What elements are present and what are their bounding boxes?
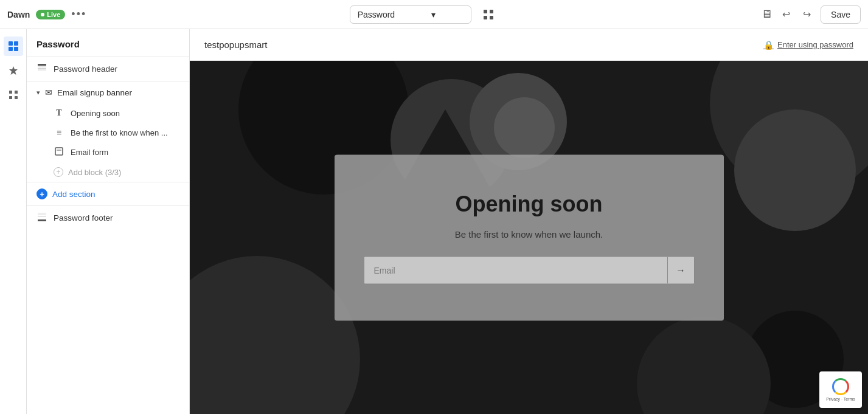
mail-icon: ✉ xyxy=(45,88,52,97)
panel-section-email-signup[interactable]: ▾ ✉ Email signup banner xyxy=(27,81,189,103)
lines-icon: ≡ xyxy=(54,128,64,137)
sub-item-label: Opening soon xyxy=(71,109,120,118)
text-icon: T xyxy=(54,108,64,118)
svg-rect-20 xyxy=(38,219,46,221)
svg-rect-4 xyxy=(9,41,13,46)
add-block-plus-icon: + xyxy=(54,167,63,177)
sidebar-item-blocks[interactable] xyxy=(4,85,23,105)
email-form: → xyxy=(364,256,695,284)
svg-rect-1 xyxy=(490,10,493,13)
svg-rect-9 xyxy=(15,91,18,94)
more-options-button[interactable]: ••• xyxy=(71,8,86,21)
add-block-label: Add block (3/3) xyxy=(68,168,121,177)
sub-item-label: Email form xyxy=(71,148,108,157)
pw-card: Opening soon Be the first to know when w… xyxy=(335,154,724,320)
store-name: testpopupsmart xyxy=(204,40,267,50)
svg-rect-15 xyxy=(38,70,46,71)
live-dot xyxy=(41,13,44,16)
topbar-left: Dawn Live ••• xyxy=(7,8,86,21)
svg-rect-13 xyxy=(38,67,46,67)
undo-button[interactable]: ↩ xyxy=(777,5,795,24)
svg-rect-12 xyxy=(38,64,46,66)
card-title: Opening soon xyxy=(364,191,695,216)
section-label: Email signup banner xyxy=(57,88,132,97)
dropdown-label: Password xyxy=(358,10,395,19)
grid-icon xyxy=(482,9,495,21)
undo-redo-group: ↩ ↪ xyxy=(777,5,816,24)
topbar-center: Password ▾ xyxy=(94,5,754,24)
svg-rect-17 xyxy=(38,213,46,213)
arrow-icon: → xyxy=(676,264,686,275)
topbar: Dawn Live ••• Password ▾ 🖥 ↩ ↪ Save xyxy=(0,0,868,29)
panel: Password Password header ▾ ✉ Email signu… xyxy=(27,29,190,414)
panel-title: Password xyxy=(27,29,189,57)
monitor-icon[interactable]: 🖥 xyxy=(761,8,772,21)
panel-item-password-header[interactable]: Password header xyxy=(27,57,189,81)
add-section-label: Add section xyxy=(52,190,95,199)
sub-item-email-form[interactable]: Email form xyxy=(27,142,189,162)
blocks-icon xyxy=(8,89,19,100)
sub-item-label: Be the first to know when ... xyxy=(71,128,168,137)
sidebar-item-pages[interactable] xyxy=(4,36,23,56)
bg-shape-7 xyxy=(734,109,856,231)
pw-main: Opening soon Be the first to know when w… xyxy=(190,61,868,414)
brand-name: Dawn xyxy=(7,10,30,19)
pin-icon xyxy=(8,65,19,76)
sidebar-icons xyxy=(0,29,27,414)
email-input[interactable] xyxy=(364,258,667,282)
save-button[interactable]: Save xyxy=(821,5,861,24)
grid-selector-button[interactable] xyxy=(479,5,498,24)
svg-rect-16 xyxy=(55,148,63,155)
svg-rect-7 xyxy=(14,47,18,51)
svg-rect-8 xyxy=(9,91,12,94)
bg-shape-9 xyxy=(637,317,771,414)
sub-items-group: T Opening soon ≡ Be the first to know wh… xyxy=(27,103,189,182)
preview-area: testpopupsmart 🔒 Enter using password xyxy=(190,29,868,414)
panel-item-label: Password footer xyxy=(54,213,113,223)
card-description: Be the first to know when we launch. xyxy=(364,229,695,239)
svg-rect-6 xyxy=(9,47,13,51)
email-submit-button[interactable]: → xyxy=(667,257,694,283)
pw-header-bar: testpopupsmart 🔒 Enter using password xyxy=(190,29,868,61)
svg-rect-10 xyxy=(9,96,12,99)
svg-rect-2 xyxy=(484,16,487,19)
enter-password-link[interactable]: 🔒 Enter using password xyxy=(763,40,853,50)
svg-rect-5 xyxy=(14,41,18,46)
enter-link-text: Enter using password xyxy=(777,40,853,49)
sub-item-be-the-first[interactable]: ≡ Be the first to know when ... xyxy=(27,123,189,142)
recaptcha-badge: Privacy · Terms xyxy=(819,371,862,408)
sidebar-item-pin[interactable] xyxy=(4,61,23,80)
topbar-right: 🖥 ↩ ↪ Save xyxy=(761,5,861,24)
pages-icon xyxy=(8,41,19,52)
recaptcha-logo xyxy=(832,378,849,395)
page-selector-dropdown[interactable]: Password ▾ xyxy=(350,5,471,24)
add-block-item: + Add block (3/3) xyxy=(27,162,189,182)
svg-rect-14 xyxy=(38,68,46,69)
live-label: Live xyxy=(47,11,60,18)
live-badge: Live xyxy=(36,10,65,19)
svg-rect-19 xyxy=(38,216,46,217)
main-area: Password Password header ▾ ✉ Email signu… xyxy=(0,29,868,414)
add-section-button[interactable]: + Add section xyxy=(27,182,189,205)
svg-rect-3 xyxy=(490,16,493,19)
panel-item-label: Password header xyxy=(54,64,117,74)
chevron-down-icon: ▾ xyxy=(431,10,436,19)
frame-icon xyxy=(54,147,64,157)
svg-rect-18 xyxy=(38,215,46,215)
svg-rect-11 xyxy=(15,96,18,99)
recaptcha-text: Privacy · Terms xyxy=(826,397,855,401)
add-section-icon: + xyxy=(36,188,47,199)
layout-header-icon xyxy=(36,63,47,75)
layout-footer-icon xyxy=(36,212,47,224)
panel-item-password-footer[interactable]: Password footer xyxy=(27,206,189,230)
sub-item-opening-soon[interactable]: T Opening soon xyxy=(27,103,189,123)
svg-rect-0 xyxy=(484,10,487,13)
chevron-down-icon: ▾ xyxy=(36,89,40,97)
lock-icon: 🔒 xyxy=(763,40,774,50)
redo-button[interactable]: ↪ xyxy=(797,5,816,24)
